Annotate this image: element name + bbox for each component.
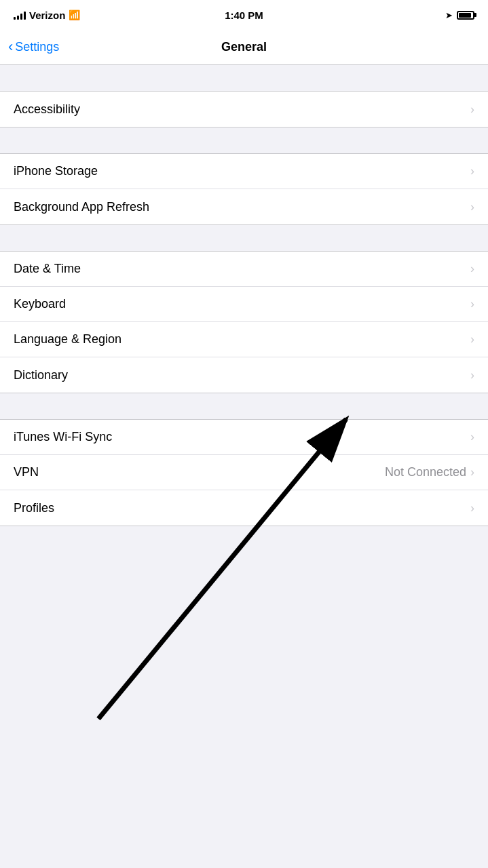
- accessibility-chevron-icon: ›: [470, 102, 474, 117]
- keyboard-chevron-icon: ›: [470, 297, 474, 311]
- language-region-label: Language & Region: [14, 332, 121, 347]
- section-accessibility: Accessibility ›: [0, 91, 488, 127]
- profiles-label: Profiles: [14, 501, 54, 515]
- section-datetime: Date & Time › Keyboard › Language & Regi…: [0, 251, 488, 393]
- accessibility-row[interactable]: Accessibility ›: [0, 92, 488, 127]
- keyboard-row[interactable]: Keyboard ›: [0, 287, 488, 322]
- profiles-chevron-icon: ›: [470, 501, 474, 515]
- status-left: Verizon 📶: [14, 9, 80, 21]
- background-app-refresh-row[interactable]: Background App Refresh ›: [0, 189, 488, 224]
- dictionary-right: ›: [470, 368, 474, 382]
- section-gap-top: [0, 65, 488, 91]
- signal-bars-icon: [14, 10, 26, 20]
- vpn-row[interactable]: VPN Not Connected ›: [0, 455, 488, 490]
- page-title: General: [221, 40, 267, 54]
- battery-fill: [459, 13, 471, 18]
- back-chevron-icon: ‹: [8, 39, 13, 54]
- accessibility-label: Accessibility: [14, 102, 80, 117]
- vpn-status: Not Connected: [385, 465, 466, 479]
- dictionary-chevron-icon: ›: [470, 368, 474, 382]
- carrier-label: Verizon: [29, 9, 65, 21]
- vpn-right: Not Connected ›: [385, 465, 474, 479]
- status-time: 1:40 PM: [225, 9, 263, 21]
- background-app-refresh-label: Background App Refresh: [14, 200, 149, 214]
- itunes-wifi-sync-chevron-icon: ›: [470, 430, 474, 444]
- background-app-refresh-right: ›: [470, 200, 474, 214]
- language-region-chevron-icon: ›: [470, 332, 474, 347]
- status-bar: Verizon 📶 1:40 PM ➤: [0, 0, 488, 30]
- iphone-storage-chevron-icon: ›: [470, 164, 474, 178]
- battery-icon: [457, 11, 474, 20]
- itunes-wifi-sync-label: iTunes Wi-Fi Sync: [14, 430, 112, 444]
- wifi-icon: 📶: [69, 9, 80, 20]
- dictionary-label: Dictionary: [14, 368, 68, 382]
- iphone-storage-row[interactable]: iPhone Storage ›: [0, 154, 488, 189]
- date-time-row[interactable]: Date & Time ›: [0, 252, 488, 287]
- vpn-chevron-icon: ›: [470, 465, 474, 479]
- date-time-right: ›: [470, 262, 474, 276]
- keyboard-right: ›: [470, 297, 474, 311]
- profiles-row[interactable]: Profiles ›: [0, 490, 488, 526]
- back-label: Settings: [15, 40, 59, 54]
- section-gap-1: [0, 127, 488, 153]
- accessibility-right: ›: [470, 102, 474, 117]
- keyboard-label: Keyboard: [14, 297, 66, 311]
- language-region-right: ›: [470, 332, 474, 347]
- iphone-storage-label: iPhone Storage: [14, 164, 98, 178]
- back-button[interactable]: ‹ Settings: [8, 40, 59, 54]
- language-region-row[interactable]: Language & Region ›: [0, 322, 488, 357]
- date-time-chevron-icon: ›: [470, 262, 474, 276]
- status-right: ➤: [445, 10, 474, 20]
- section-gap-bottom: [0, 526, 488, 552]
- section-storage: iPhone Storage › Background App Refresh …: [0, 153, 488, 225]
- section-gap-2: [0, 225, 488, 251]
- iphone-storage-right: ›: [470, 164, 474, 178]
- vpn-label: VPN: [14, 465, 39, 479]
- section-gap-3: [0, 393, 488, 419]
- itunes-wifi-sync-right: ›: [470, 430, 474, 444]
- section-itunes: iTunes Wi-Fi Sync › VPN Not Connected › …: [0, 419, 488, 526]
- background-app-refresh-chevron-icon: ›: [470, 200, 474, 214]
- dictionary-row[interactable]: Dictionary ›: [0, 357, 488, 393]
- location-icon: ➤: [445, 10, 453, 20]
- nav-bar: ‹ Settings General: [0, 30, 488, 65]
- itunes-wifi-sync-row[interactable]: iTunes Wi-Fi Sync ›: [0, 420, 488, 455]
- date-time-label: Date & Time: [14, 262, 81, 276]
- profiles-right: ›: [470, 501, 474, 515]
